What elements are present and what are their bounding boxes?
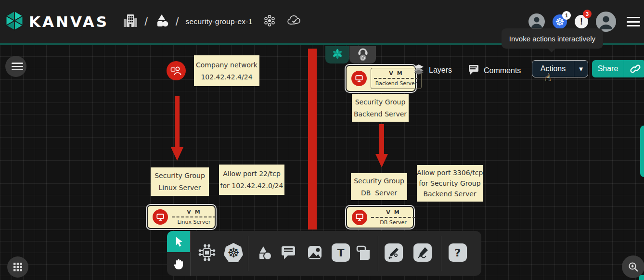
grid-icon — [13, 263, 22, 271]
dashed-divider — [371, 217, 415, 218]
network-boundary-bar[interactable] — [308, 49, 317, 229]
swirl-icon — [331, 48, 344, 62]
toolbar-divider — [441, 236, 441, 271]
pan-tool-button[interactable] — [167, 252, 190, 276]
toolbar-divider — [248, 236, 248, 271]
pencil-draw-icon — [416, 246, 429, 259]
comments-button[interactable]: Comments — [468, 64, 521, 77]
user-device-icon — [170, 65, 182, 76]
alert-count-badge: 3 — [583, 10, 592, 18]
app-logo[interactable]: KANVAS — [5, 10, 109, 33]
hand-icon — [172, 257, 185, 271]
main-menu-icon[interactable] — [627, 17, 640, 26]
zoom-in-icon — [627, 261, 640, 273]
select-cursor-icon — [172, 235, 185, 248]
kubernetes-tool-button[interactable]: ☸ — [223, 242, 244, 263]
dashed-divider — [172, 216, 216, 217]
connector-pen-tool-button[interactable] — [383, 242, 404, 263]
breadcrumb-separator: / — [144, 15, 148, 28]
allow-port-3306-note[interactable]: Allow port 3306/tcp for Security Group B… — [417, 165, 483, 202]
kanvas-logo-icon — [5, 10, 24, 33]
vm-backend-server-card[interactable]: V M Backend Server — [346, 65, 416, 92]
sg-linux-note[interactable]: Security Group Linux Server — [151, 167, 209, 196]
grid-apps-button[interactable] — [7, 256, 28, 278]
vm-monitor-icon — [351, 71, 367, 86]
alerts-button[interactable]: ! 3 — [575, 15, 588, 28]
shapes-tool-button[interactable] — [253, 242, 274, 263]
pen-connector-icon — [387, 246, 400, 259]
vm-linux-server-card[interactable]: V M Linux Server — [147, 205, 216, 229]
organization-icon[interactable] — [123, 13, 138, 30]
offscreen-teal-element[interactable] — [640, 126, 644, 177]
help-tool-button[interactable]: ? — [447, 242, 468, 263]
help-icon: ? — [449, 243, 467, 262]
text-tool-icon: T — [332, 243, 350, 262]
breadcrumb: / / security-group-ex-1 — [123, 13, 253, 30]
company-network-note[interactable]: Company network 102.42.42.4/24 — [194, 55, 259, 86]
diagram-canvas[interactable]: Company network 102.42.42.4/24 Security … — [0, 43, 644, 280]
assistant-tool-tab[interactable] — [349, 46, 376, 64]
toolbar-divider — [378, 236, 378, 271]
logo-wordmark: KANVAS — [29, 13, 109, 30]
canvas-menu-button[interactable] — [5, 56, 26, 77]
infrastructure-tool-button[interactable] — [196, 242, 218, 263]
copy-link-icon[interactable] — [624, 60, 644, 77]
canvas-menu-icon — [12, 63, 23, 70]
kubernetes-count-badge: 1 — [562, 11, 571, 20]
layers-icon — [413, 64, 425, 76]
sg-backend-note[interactable]: Security Group Backend Server — [352, 94, 409, 122]
select-tool-button[interactable] — [167, 231, 190, 252]
text-tool-button[interactable]: T — [330, 242, 351, 263]
allow-port-22-note[interactable]: Allow port 22/tcp for 102.42.42.0/24 — [219, 165, 284, 195]
vm-monitor-icon — [153, 209, 168, 225]
sg-db-note[interactable]: Security Group DB Server — [351, 173, 407, 200]
cluster-icon[interactable] — [263, 14, 276, 29]
breadcrumb-separator: / — [176, 15, 179, 28]
kubernetes-status-button[interactable]: ☸ 1 — [553, 14, 567, 29]
draw-pencil-tool-button[interactable] — [412, 242, 433, 263]
actions-button[interactable]: Actions ▼ — [532, 60, 588, 77]
company-network-node[interactable] — [167, 61, 186, 80]
sticky-note-tool-button[interactable] — [353, 242, 374, 263]
vm-monitor-icon — [352, 210, 367, 225]
shapes-collection-icon[interactable] — [155, 13, 169, 30]
actions-tooltip: Invoke actions interactively — [502, 28, 603, 49]
swirl-tool-tab[interactable] — [325, 46, 349, 64]
comments-icon — [468, 64, 479, 77]
project-name[interactable]: security-group-ex-1 — [186, 17, 253, 26]
chevron-down-icon[interactable]: ▼ — [574, 61, 588, 77]
comment-tool-button[interactable] — [278, 242, 299, 263]
kubernetes-wheel-icon: ☸ — [224, 243, 243, 262]
image-tool-button[interactable] — [304, 242, 325, 263]
dashed-divider — [374, 78, 418, 79]
collaborator-avatar[interactable] — [528, 13, 545, 30]
headset-agent-icon — [356, 46, 370, 64]
bottom-toolbar: ☸ — [167, 231, 481, 276]
kanvas-app: KANVAS / — [0, 0, 644, 280]
zoom-in-button[interactable] — [622, 255, 644, 278]
layers-button[interactable]: Layers — [413, 64, 452, 76]
cloud-saved-icon[interactable] — [286, 14, 302, 29]
offscreen-teal-corner — [639, 275, 644, 280]
vm-db-server-card[interactable]: V M DB Server — [346, 206, 414, 229]
share-button[interactable]: Share — [592, 60, 644, 77]
document-status-icons — [263, 14, 302, 29]
